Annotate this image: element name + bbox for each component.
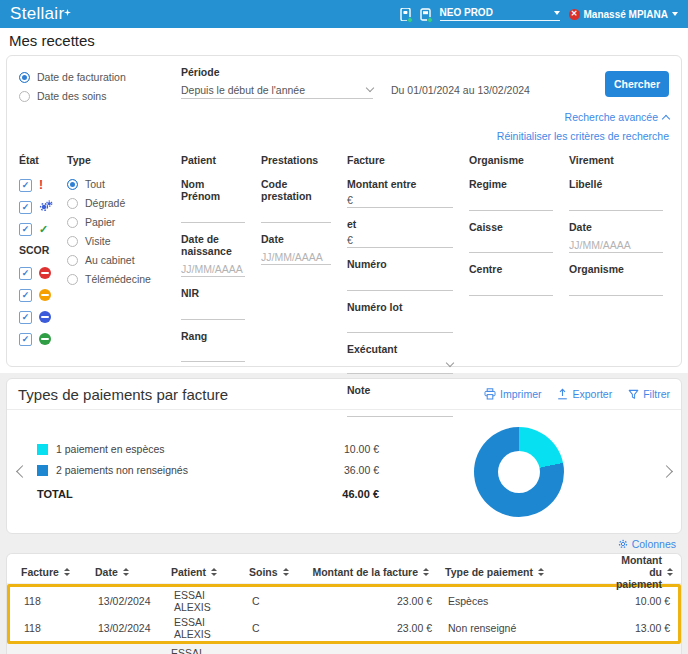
virement-date-input[interactable] xyxy=(569,237,663,253)
checkbox-checked[interactable] xyxy=(19,179,32,192)
type-option-visite[interactable]: Visite xyxy=(67,235,165,247)
code-prestation-label: Code prestation xyxy=(261,178,331,202)
checkbox-checked[interactable] xyxy=(19,267,32,280)
type-option-degrade[interactable]: Dégradé xyxy=(67,197,165,209)
prestations-title: Prestations xyxy=(261,154,331,166)
periode-select[interactable]: Depuis le début de l'année xyxy=(181,82,373,99)
header-type-paiement[interactable]: Type de paiement xyxy=(437,566,599,578)
cell-date: 13/02/2024 xyxy=(90,622,166,634)
montant-entre-label: Montant entre xyxy=(347,178,453,190)
nom-prenom-input[interactable] xyxy=(181,207,245,223)
rang-input[interactable] xyxy=(181,346,245,362)
search-filters-card: Date de facturation Date des soins Pério… xyxy=(6,55,682,367)
user-name: Manassé MPIANA xyxy=(584,9,668,20)
virement-organisme-input[interactable] xyxy=(569,280,663,296)
checkbox-checked[interactable] xyxy=(19,223,32,236)
scor-red-filter[interactable] xyxy=(19,266,51,280)
montant-max-input[interactable] xyxy=(353,234,488,246)
scor-orange-filter[interactable] xyxy=(19,288,51,302)
radio-label: Date de facturation xyxy=(37,71,126,83)
environment-label: NEO PROD xyxy=(440,7,493,18)
checkbox-checked[interactable] xyxy=(19,333,32,346)
app-logo: Stellair xyxy=(10,4,72,24)
payments-legend: 1 paiement en espèces 10.00 € 2 paiement… xyxy=(37,443,379,500)
table-row[interactable]: 118 13/02/2024 ESSAI ALEXIS C 23.00 € No… xyxy=(10,614,678,641)
date-naissance-input[interactable] xyxy=(181,261,245,277)
radio-icon xyxy=(67,236,78,247)
type-option-au-cabinet[interactable]: Au cabinet xyxy=(67,254,165,266)
etat-processing-filter[interactable] xyxy=(19,200,51,214)
virement-organisme-label: Organisme xyxy=(569,263,663,275)
reset-criteria-link[interactable]: Réinitialiser les critères de recherche xyxy=(497,127,669,146)
chevron-left-icon xyxy=(16,465,29,478)
legend-item: 1 paiement en espèces 10.00 € xyxy=(37,443,379,455)
scor-green-filter[interactable] xyxy=(19,332,51,346)
header-montant-facture[interactable]: Montant de la facture xyxy=(295,566,437,578)
export-label: Exporter xyxy=(572,388,612,400)
radio-date-soins[interactable]: Date des soins xyxy=(19,90,181,102)
checkbox-checked[interactable] xyxy=(19,201,32,214)
header-montant-paiement[interactable]: Montant du paiement xyxy=(599,554,681,590)
nir-input[interactable] xyxy=(181,304,245,320)
centre-input[interactable] xyxy=(469,280,553,296)
prestation-date-label: Date xyxy=(261,233,331,245)
type-option-telemedecine[interactable]: Télémédecine xyxy=(67,273,165,285)
filter-button[interactable]: Filtrer xyxy=(628,388,670,400)
columns-settings-button[interactable]: Colonnes xyxy=(6,534,682,553)
header-facture[interactable]: Facture xyxy=(7,566,87,578)
print-button[interactable]: Imprimer xyxy=(484,388,541,400)
radio-date-facturation[interactable]: Date de facturation xyxy=(19,71,181,83)
code-prestation-input[interactable] xyxy=(261,207,331,223)
cell-montant-facture: 23.00 € xyxy=(298,622,440,634)
advanced-search-link[interactable]: Recherche avancée xyxy=(565,108,669,127)
sort-icon xyxy=(211,568,217,576)
etat-error-filter[interactable]: ! xyxy=(19,178,51,192)
legend-amount: 10.00 € xyxy=(344,443,379,455)
numero-lot-label: Numéro lot xyxy=(347,301,453,313)
header-date[interactable]: Date xyxy=(87,566,163,578)
organisme-title: Organisme xyxy=(469,154,553,166)
legend-amount: 36.00 € xyxy=(344,464,379,476)
carousel-prev-button[interactable] xyxy=(15,467,29,476)
checkbox-checked[interactable] xyxy=(19,311,32,324)
prestation-date-input[interactable] xyxy=(261,249,331,265)
scor-blue-filter[interactable] xyxy=(19,310,51,324)
type-option-tout[interactable]: Tout xyxy=(67,178,165,190)
etat-ok-filter[interactable]: ✓ xyxy=(19,222,51,236)
vitale-card-reader-icon[interactable] xyxy=(400,8,411,21)
header-patient[interactable]: Patient xyxy=(163,566,241,578)
export-button[interactable]: Exporter xyxy=(557,388,612,400)
cell-type-paiement: Espèces xyxy=(440,595,602,607)
caisse-label: Caisse xyxy=(469,221,553,233)
executant-select[interactable] xyxy=(347,357,453,374)
executant-label: Exécutant xyxy=(347,343,453,355)
type-option-papier[interactable]: Papier xyxy=(67,216,165,228)
carousel-next-button[interactable] xyxy=(659,467,673,476)
virement-date-label: Date xyxy=(569,221,663,233)
radio-label: Au cabinet xyxy=(85,254,135,266)
app-header: Stellair NEO PROD ✕ Manassé MPIANA xyxy=(0,0,688,28)
cell-type-paiement: Non renseigné xyxy=(440,622,602,634)
libelle-input[interactable] xyxy=(569,195,663,211)
header-soins[interactable]: Soins xyxy=(241,566,295,578)
regime-input[interactable] xyxy=(469,195,553,211)
cell-patient: ESSAI ALAIN xyxy=(163,647,241,654)
chevron-down-icon xyxy=(366,84,374,92)
search-button[interactable]: Chercher xyxy=(605,71,669,97)
table-row[interactable]: 118 13/02/2024 ESSAI ALEXIS C 23.00 € Es… xyxy=(10,587,678,614)
scor-orange-icon xyxy=(39,289,51,301)
numero-lot-input[interactable] xyxy=(347,317,453,333)
scor-blue-icon xyxy=(39,311,51,323)
caisse-input[interactable] xyxy=(469,237,553,253)
numero-input[interactable] xyxy=(347,275,453,291)
rang-label: Rang xyxy=(181,330,245,342)
montant-min-input[interactable] xyxy=(353,194,488,206)
error-exclamation-icon: ! xyxy=(39,178,43,192)
user-menu[interactable]: ✕ Manassé MPIANA xyxy=(569,9,678,20)
cell-facture: 118 xyxy=(10,622,90,634)
checkbox-checked[interactable] xyxy=(19,289,32,302)
table-row[interactable]: 117 03/01/2024 ESSAI ALAIN C 23.00 € Non… xyxy=(7,644,681,654)
environment-selector[interactable]: NEO PROD xyxy=(440,7,560,21)
terminal-reader-icon[interactable] xyxy=(420,8,431,21)
cell-date: 13/02/2024 xyxy=(90,595,166,607)
